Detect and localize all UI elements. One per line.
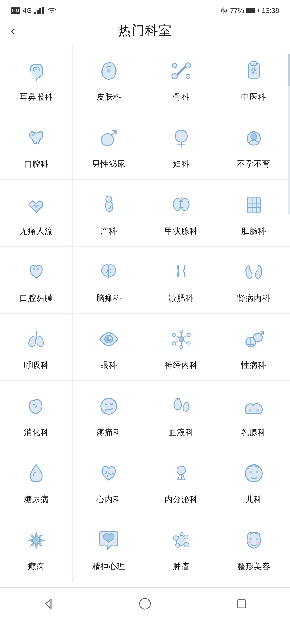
dept-item-oral-mucosa[interactable]: 口腔黏膜 [0,247,73,314]
dept-item-dental[interactable]: 口腔科 [0,112,73,180]
breast-label: 乳腺科 [241,427,266,438]
svg-rect-6 [247,8,255,13]
dept-item-gyneco[interactable]: 妇科 [145,112,218,180]
hd-badge: HD [11,7,20,14]
battery-percent: 77% [230,6,244,15]
svg-point-43 [172,333,176,337]
dept-item-cosmetology[interactable]: 整形美容 [218,515,290,582]
respiratory-icon [21,324,51,354]
dept-item-ent[interactable]: 耳鼻喉科 [0,45,73,112]
svg-point-41 [109,337,111,339]
endocrine-icon [166,459,196,488]
nav-recent-button[interactable] [234,596,250,612]
svg-rect-2 [39,8,41,14]
svg-point-11 [186,74,190,78]
svg-rect-15 [251,62,257,65]
thyroid-icon [166,190,196,220]
cardiology-label: 心内科 [96,494,121,505]
svg-point-10 [185,63,191,68]
svg-point-74 [184,535,188,539]
svg-line-19 [112,131,116,135]
oncology-icon [166,526,196,555]
ortho-icon [166,56,196,86]
scrollbar-track [288,54,290,215]
abortion-icon [21,190,51,220]
dept-item-obstetrics[interactable]: 产科 [73,180,145,247]
status-bar: HD 4G 77% 13:38 [0,0,290,19]
status-left: HD 4G [11,6,57,15]
cerebral-palsy-label: 脑瘫科 [96,293,121,304]
svg-point-48 [180,346,183,349]
dept-item-urology[interactable]: 男性泌尿 [73,112,145,180]
nav-home-button[interactable] [137,596,153,612]
svg-rect-5 [258,9,259,12]
dept-item-breast[interactable]: 乳腺科 [218,381,290,448]
epilepsy-label: 癫痫 [28,561,45,572]
dept-item-proctology[interactable]: 肛肠科 [218,180,290,247]
svg-point-16 [31,134,34,136]
svg-point-12 [172,63,177,68]
svg-point-75 [176,543,180,547]
abortion-label: 无痛人流 [20,226,53,237]
dept-item-thyroid[interactable]: 甲状腺科 [145,180,218,247]
svg-point-81 [256,541,259,544]
dept-item-pain[interactable]: 疼痛科 [73,381,145,448]
std-label: 性病科 [241,360,266,371]
ophthalmology-label: 眼科 [100,360,117,371]
dept-item-psychiatry[interactable]: 精神心理 [73,515,145,582]
dept-item-cardiology[interactable]: 心内科 [73,448,145,515]
proctology-icon [239,190,269,220]
svg-point-9 [172,74,177,79]
svg-point-7 [107,69,111,73]
dept-item-weight-loss[interactable]: 减肥科 [145,247,218,314]
dept-item-neurology[interactable]: 神经内科 [145,314,218,381]
dept-item-diabetes[interactable]: 糖尿病 [0,448,73,515]
dept-item-std[interactable]: 性病科 [218,314,290,381]
dept-item-cerebral-palsy[interactable]: 脑瘫科 [73,247,145,314]
dept-item-ophthalmology[interactable]: 眼科 [73,314,145,381]
dept-item-tcm[interactable]: 藥 中医科 [218,45,290,112]
nav-back-button[interactable] [40,596,56,612]
dept-item-oncology[interactable]: 肿瘤 [145,515,218,582]
svg-rect-0 [34,12,36,14]
dept-item-abortion[interactable]: 无痛人流 [0,180,73,247]
svg-point-46 [187,342,190,345]
scrollbar-thumb[interactable] [288,54,290,86]
dept-item-gastro[interactable]: 消化科 [0,381,73,448]
cardiology-icon [94,459,124,488]
time: 13:38 [262,6,279,15]
nav-bar [0,587,290,623]
ent-label: 耳鼻喉科 [20,92,53,103]
hematology-icon [166,391,196,421]
dept-item-infertility[interactable]: 不孕不育 [218,112,290,180]
dept-item-nephrology[interactable]: 肾病内科 [218,247,290,314]
neurology-label: 神经内科 [165,360,198,371]
signal-bars-icon [34,7,45,14]
dept-item-respiratory[interactable]: 呼吸科 [0,314,73,381]
back-button[interactable]: ‹ [11,24,15,37]
dept-item-ortho[interactable]: 骨科 [145,45,218,112]
dept-item-epilepsy[interactable]: 癫痫 [0,515,73,582]
svg-point-79 [255,538,258,540]
svg-point-65 [249,409,251,412]
header: ‹ 热门科室 [0,19,290,45]
dept-item-derma[interactable]: 皮肤科 [73,45,145,112]
dept-item-endocrine[interactable]: 内分泌科 [145,448,218,515]
urology-label: 男性泌尿 [92,159,125,170]
gyneco-icon [166,123,196,153]
dept-item-hematology[interactable]: 血液科 [145,381,218,448]
svg-point-36 [33,268,35,270]
svg-rect-31 [247,197,260,213]
svg-point-73 [173,536,178,540]
svg-rect-3 [42,7,44,14]
dept-item-pediatrics[interactable]: 儿科 [218,448,290,515]
oral-mucosa-label: 口腔黏膜 [20,293,53,304]
epilepsy-icon [21,526,51,555]
svg-point-71 [33,537,40,544]
svg-point-69 [249,471,252,473]
svg-line-53 [176,341,179,343]
department-grid: 耳鼻喉科 皮肤科 骨科 藥 中医科 口腔科 男性泌尿 妇科 [0,45,290,582]
svg-point-26 [106,196,112,202]
svg-point-76 [184,542,189,547]
svg-point-24 [251,134,257,140]
